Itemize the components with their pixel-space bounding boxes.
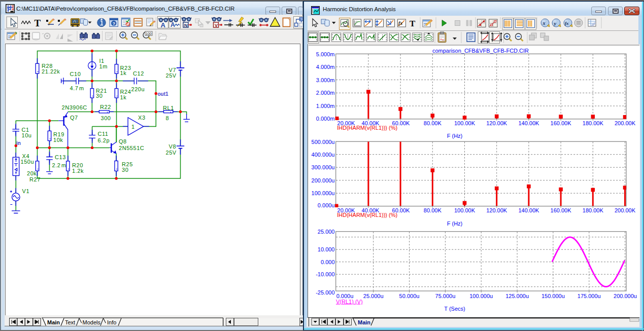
svg-text:300: 300 [101,115,111,121]
svg-text:C10: C10 [70,71,81,77]
svg-text:200.00K: 200.00K [615,120,636,126]
svg-text:25V: 25V [166,150,177,156]
svg-text:F (Hz): F (Hz) [447,220,463,227]
svg-text:4.000m: 4.000m [316,64,335,70]
svg-text:-10.000: -10.000 [316,271,334,277]
svg-text:V: V [215,22,218,28]
svg-text:X3: X3 [138,115,146,121]
svg-text:100.00K: 100.00K [454,120,476,126]
svg-text:4.7 m: 4.7 m [70,85,84,91]
svg-text:C11: C11 [98,131,109,137]
svg-text:100.000u: 100.000u [312,190,335,196]
svg-text:175.000u: 175.000u [578,293,601,299]
svg-text:140.00K: 140.00K [518,207,539,213]
svg-text:x: x [543,20,546,26]
svg-text:Q7: Q7 [70,115,78,121]
svg-text:F (Hz): F (Hz) [447,133,463,139]
svg-text:A: A [171,21,175,28]
svg-text:200.000u: 200.000u [312,177,335,183]
svg-text:80.00K: 80.00K [424,120,442,126]
svg-text:140.00K: 140.00K [518,120,539,126]
svg-text:220u: 220u [131,86,145,92]
svg-text:1: 1 [131,124,135,130]
svg-text:10k: 10k [53,137,63,143]
svg-text:R22: R22 [100,104,111,110]
svg-text:comparison_CFB&VFB_CFB-FCD.CIR: comparison_CFB&VFB_CFB-FCD.CIR [432,48,529,54]
svg-text:RL1: RL1 [163,105,174,111]
svg-text:100: 100 [146,32,152,35]
svg-text:0.000: 0.000 [321,259,335,265]
svg-text:80.00K: 80.00K [424,207,442,213]
svg-text:100.000u: 100.000u [469,293,493,299]
svg-text:1.000m: 1.000m [316,103,335,109]
svg-text:1.2k: 1.2k [72,168,84,174]
svg-text:6.2p: 6.2p [98,137,110,143]
svg-text:10u: 10u [22,132,32,138]
svg-text:y: y [554,21,557,26]
svg-text:200.000u: 200.000u [614,293,637,299]
svg-text:125.000u: 125.000u [505,293,529,299]
svg-text:0.000u: 0.000u [318,202,335,208]
svg-text:Main: Main [47,319,60,325]
svg-text:C1: C1 [22,127,29,133]
svg-text:out1: out1 [158,91,169,97]
svg-text:1m: 1m [99,63,108,69]
svg-text:160.00K: 160.00K [551,207,572,213]
svg-text:Text: Text [65,319,75,325]
svg-text:2.2 m: 2.2 m [52,162,66,168]
svg-text:2.000m: 2.000m [316,90,335,96]
svg-text:400.000u: 400.000u [312,152,335,158]
svg-text:160.00K: 160.00K [551,120,572,126]
svg-text:fx: fx [565,21,569,26]
svg-text:150u: 150u [21,159,35,165]
svg-text:120.00K: 120.00K [486,207,507,213]
svg-text:R28: R28 [42,63,53,69]
svg-text:150.000u: 150.000u [541,293,565,299]
svg-text:75.000u: 75.000u [435,293,456,299]
svg-text:T: T [410,19,416,28]
svg-text:30: 30 [122,167,128,173]
svg-text:-25.000: -25.000 [316,289,334,296]
svg-text:A: A [161,21,166,29]
svg-text:180.00K: 180.00K [583,207,604,213]
svg-text:300.000u: 300.000u [312,164,335,170]
svg-text:2N5551C: 2N5551C [119,145,144,151]
svg-text:IHD(HARM(v(RL1))) (%): IHD(HARM(v(RL1))) (%) [337,125,397,131]
svg-text:in: in [16,140,21,146]
svg-text:V8: V8 [169,143,177,150]
svg-text:120.00K: 120.00K [486,120,507,126]
svg-text:1k: 1k [120,70,127,76]
svg-text:500.000u: 500.000u [312,139,335,145]
svg-text:10.000: 10.000 [318,246,335,252]
svg-text:Info: Info [107,319,116,325]
svg-text:N: N [184,22,188,28]
svg-text:5.000m: 5.000m [316,51,335,57]
svg-text:X4: X4 [22,153,30,159]
svg-text:25.000: 25.000 [318,229,335,235]
svg-text:Models: Models [83,319,101,325]
svg-text:0.000m: 0.000m [316,116,335,122]
svg-text:21.22k: 21.22k [42,68,60,75]
svg-text:20k: 20k [27,170,37,176]
svg-text:30: 30 [96,93,103,99]
svg-text:C12: C12 [133,70,144,77]
svg-text:2N3906C: 2N3906C [62,104,87,111]
svg-text:T (Secs): T (Secs) [444,306,465,312]
svg-text:3.000m: 3.000m [316,77,335,83]
svg-text:8: 8 [166,115,170,121]
svg-text:Q8: Q8 [119,138,127,144]
svg-text:100.00K: 100.00K [454,207,476,213]
svg-text:Main: Main [358,319,370,325]
svg-text:R27: R27 [29,176,41,182]
svg-text:V1: V1 [22,188,30,194]
svg-text:R19: R19 [53,131,64,137]
svg-text:V(RL1) (V): V(RL1) (V) [336,299,363,305]
svg-text:180.00K: 180.00K [583,120,604,126]
svg-text:V7: V7 [169,67,177,73]
svg-text:C13: C13 [55,154,66,160]
svg-text:fx: fx [398,20,402,26]
svg-text:200.00K: 200.00K [615,207,636,213]
svg-text:50.000u: 50.000u [399,293,420,299]
svg-text:25V: 25V [166,72,177,79]
svg-text:IHD(HARM(v(RL1))) (%): IHD(HARM(v(RL1))) (%) [337,212,397,218]
